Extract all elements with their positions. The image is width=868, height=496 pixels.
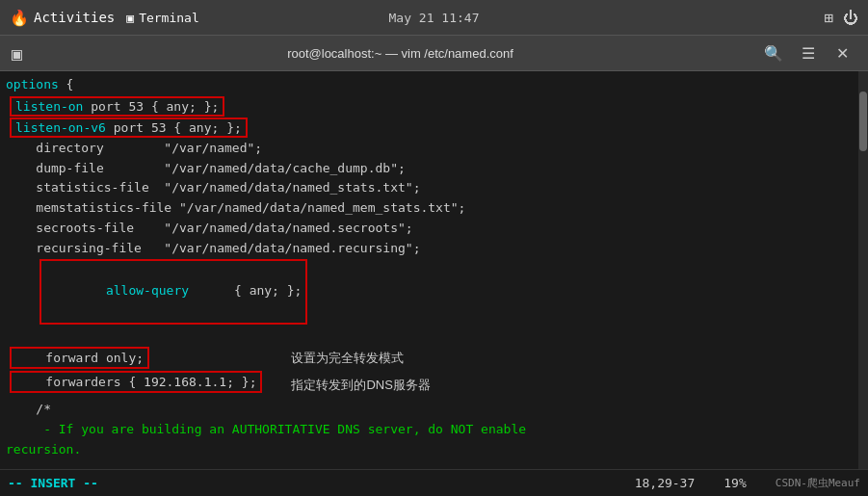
status-bar: -- INSERT -- 18,29-37 19% CSDN-爬虫Meauf [0,469,868,496]
fire-icon: 🔥 [10,9,29,27]
line-allow-query: allow-query { any; }; [6,259,862,325]
search-button[interactable]: 🔍 [760,39,787,66]
grid-icon[interactable]: ⊞ [824,9,833,27]
line-directory: directory "/var/named"; [6,139,862,159]
terminal-taskbar-item[interactable]: ▣ Terminal [126,11,198,25]
terminal-window: ▣ root@localhost:~ — vim /etc/named.conf… [0,36,868,496]
line-comment-recursion: recursion. [6,440,862,460]
line-secroots: secroots-file "/var/named/data/named.sec… [6,219,862,239]
annotation2: 指定转发到的DNS服务器 [291,372,430,400]
listen-on-box: listen-on port 53 { any; }; [6,96,862,117]
power-icon[interactable]: ⏻ [843,9,858,27]
forward-box: forward only; [6,347,262,369]
terminal-content[interactable]: options { listen-on port 53 { any; }; li… [0,71,868,469]
vim-mode: -- INSERT -- [8,476,98,490]
forwarders-box: forwarders { 192.168.1.1; }; [6,371,262,393]
top-bar-right: ⊞ ⏻ [824,9,858,27]
top-bar-left: 🔥 Activities ▣ Terminal [10,9,199,27]
line-memstatistics: memstatistics-file "/var/named/data/name… [6,198,862,219]
title-bar: ▣ root@localhost:~ — vim /etc/named.conf… [0,36,868,71]
annotations: 设置为完全转发模式 指定转发到的DNS服务器 [291,345,430,400]
forward-section: forward only; forwarders { 192.168.1.1; … [6,345,862,400]
line-empty [6,325,862,345]
terminal-icon: ▣ [126,11,134,25]
close-button[interactable]: ✕ [829,39,856,66]
allow-query-box: allow-query { any; }; [39,259,307,325]
terminal-window-icon: ▣ [12,43,22,64]
listen-on-v6-box: listen-on-v6 port 53 { any; }; [6,117,862,138]
window-controls: 🔍 ☰ ✕ [760,39,856,66]
cursor-position: 18,29-37 [635,476,696,490]
datetime-display: May 21 11:47 [389,11,480,25]
scrollbar-thumb[interactable] [859,91,867,151]
window-title: root@localhost:~ — vim /etc/named.conf [287,46,513,61]
top-bar: 🔥 Activities ▣ Terminal May 21 11:47 ⊞ ⏻ [0,0,868,36]
scrollbar[interactable] [858,71,868,469]
line-recursing: recursing-file "/var/named/data/named.re… [6,239,862,259]
line-options: options { [6,75,862,95]
listen-on-v6-line: listen-on-v6 port 53 { any; }; [10,117,248,138]
listen-on-line: listen-on port 53 { any; }; [10,96,224,117]
terminal-label: Terminal [139,11,199,25]
annotation1: 设置为完全转发模式 [291,345,430,373]
scroll-percent: 19% [723,476,746,490]
menu-button[interactable]: ☰ [795,39,822,66]
line-comment-start: /* [6,400,862,420]
status-right: 18,29-37 19% CSDN-爬虫Meauf [635,476,860,490]
line-statistics-file: statistics-file "/var/named/data/named_s… [6,178,862,198]
watermark: CSDN-爬虫Meauf [776,476,860,490]
activities-button[interactable]: 🔥 Activities [10,9,115,27]
line-dump-file: dump-file "/var/named/data/cache_dump.db… [6,159,862,179]
line-comment-if: - If you are building an AUTHORITATIVE D… [6,420,862,440]
forward-box-container: forward only; forwarders { 192.168.1.1; … [6,345,262,395]
activities-label: Activities [34,10,115,25]
